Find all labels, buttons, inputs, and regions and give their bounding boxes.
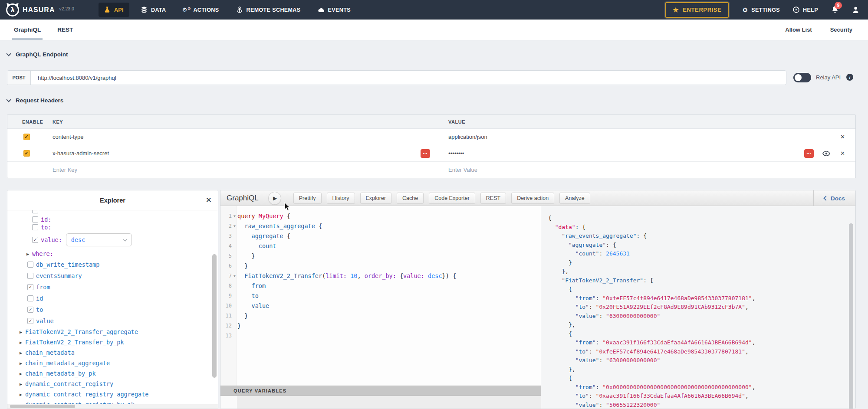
cache-button[interactable]: Cache xyxy=(397,193,424,204)
explorer-root-label: chain_metadata_by_pk xyxy=(25,370,96,377)
link-security[interactable]: Security xyxy=(830,26,852,33)
nav-item-actions[interactable]: ⚙⚙ACTIONS xyxy=(178,3,224,17)
help-button[interactable]: ? HELP xyxy=(793,7,818,13)
query-line: 10 value xyxy=(220,301,541,311)
explorer-field-id-label[interactable]: id xyxy=(36,295,43,302)
explorer-field-db-write-timestamp: db_write_timestamp xyxy=(7,259,218,270)
nav-item-data[interactable]: DATA xyxy=(135,3,171,17)
explorer-field-value-label[interactable]: value xyxy=(36,317,54,324)
explorer-button[interactable]: Explorer xyxy=(360,193,392,204)
explorer-field-from-label[interactable]: from xyxy=(36,284,50,291)
history-button[interactable]: History xyxy=(327,193,355,204)
expand-arrow-icon: ▶ xyxy=(20,361,25,366)
explorer-arg-to--label[interactable]: to: xyxy=(41,224,51,231)
explorer-root-dynamic-contract-registry[interactable]: ▶dynamic_contract_registry xyxy=(7,379,218,389)
checkbox[interactable] xyxy=(27,262,33,268)
analyze-button[interactable]: Analyze xyxy=(559,193,590,204)
explorer-arg-where-label[interactable]: where: xyxy=(32,250,53,257)
line-number: 1 xyxy=(220,211,232,221)
gear-icon: ⚙ xyxy=(742,7,748,13)
prettify-button[interactable]: Prettify xyxy=(293,193,322,204)
info-icon[interactable]: i xyxy=(846,74,853,81)
link-allow-list[interactable]: Allow List xyxy=(785,26,812,33)
response-line: { xyxy=(548,374,856,383)
settings-button[interactable]: ⚙ SETTINGS xyxy=(742,7,780,13)
header-value-input[interactable]: •••••••• xyxy=(441,150,464,157)
explorer-root-chain-metadata[interactable]: ▶chain_metadata xyxy=(7,347,218,358)
checkbox[interactable]: ✓ xyxy=(27,284,33,290)
derive-action-button[interactable]: Derive action xyxy=(511,193,554,204)
user-avatar-button[interactable] xyxy=(852,6,859,13)
execute-query-button[interactable]: ▶ xyxy=(268,192,281,205)
code-exporter-button[interactable]: Code Exporter xyxy=(429,193,475,204)
notifications-button[interactable]: 9 xyxy=(831,6,839,14)
explorer-arg-value-label[interactable]: value: xyxy=(41,236,62,243)
explorer-root-fiattokenv2-2-transfer-by-pk[interactable]: ▶FiatTokenV2_2_Transfer_by_pk xyxy=(7,337,218,347)
toolbar-buttons: PrettifyHistoryExplorerCacheCode Exporte… xyxy=(293,193,590,204)
query-variables-editor[interactable] xyxy=(220,396,541,409)
anchor-icon xyxy=(236,7,243,13)
tab-rest[interactable]: REST xyxy=(57,20,73,40)
close-icon[interactable]: ✕ xyxy=(206,196,212,204)
explorer-root-label: chain_metadata_aggregate xyxy=(25,360,110,366)
header-key-input[interactable]: x-hasura-admin-secret xyxy=(46,150,109,157)
value-input-placeholder[interactable]: Enter Value xyxy=(441,167,477,173)
header-value-input[interactable]: application/json xyxy=(441,134,487,140)
query-line: 1▼query MyQuery { xyxy=(220,211,541,221)
query-variables-header[interactable]: QUERY VARIABLES xyxy=(220,386,541,396)
header-enabled-checkbox[interactable]: ✓ xyxy=(23,134,30,140)
version-label: v2.23.0 xyxy=(59,6,74,11)
explorer-root-fiattokenv2-2-transfer-aggregate[interactable]: ▶FiatTokenV2_2_Transfer_aggregate xyxy=(7,327,218,337)
explorer-root-dynamic-contract-registry-aggregate[interactable]: ▶dynamic_contract_registry_aggregate xyxy=(7,389,218,399)
checkbox[interactable] xyxy=(27,273,33,279)
explorer-horizontal-scrollbar[interactable] xyxy=(10,405,75,408)
explorer-field-to-label[interactable]: to xyxy=(36,306,43,313)
fold-arrow-icon[interactable]: ▼ xyxy=(232,221,237,231)
endpoint-url-input[interactable] xyxy=(31,71,786,85)
checkbox[interactable]: ✓ xyxy=(32,237,38,243)
reveal-secret-eye-icon[interactable] xyxy=(822,151,830,156)
docs-button[interactable]: Docs xyxy=(813,190,855,206)
header-key-input[interactable]: content-type xyxy=(46,134,84,140)
response-line: "value": "63000000000000" xyxy=(548,356,856,365)
fold-arrow-icon[interactable]: ▼ xyxy=(232,271,237,281)
checkbox[interactable] xyxy=(32,216,38,222)
checkbox[interactable]: ✓ xyxy=(27,318,33,324)
explorer-vertical-scrollbar[interactable] xyxy=(212,254,217,378)
column-enable: ENABLE xyxy=(22,119,43,124)
explorer-arg-id--label[interactable]: id: xyxy=(41,216,51,223)
enterprise-button[interactable]: ★ ENTERPRISE xyxy=(665,2,729,18)
nav-item-events[interactable]: EVENTS xyxy=(312,3,356,17)
nav-item-api[interactable]: API xyxy=(99,3,129,17)
explorer-root-chain-metadata-by-pk[interactable]: ▶chain_metadata_by_pk xyxy=(7,368,218,379)
hasura-logo[interactable]: λ HASURA v2.23.0 xyxy=(6,3,74,16)
rest-button[interactable]: REST xyxy=(480,193,506,204)
key-input-placeholder[interactable]: Enter Key xyxy=(46,167,77,173)
expand-arrow-icon[interactable]: ▶ xyxy=(26,252,32,256)
sort-direction-select[interactable]: desc xyxy=(66,233,132,246)
remove-header-icon[interactable]: ✕ xyxy=(840,134,845,140)
code-text: to xyxy=(237,291,259,301)
response-vertical-scrollbar[interactable] xyxy=(849,223,853,409)
header-enabled-checkbox[interactable]: ✓ xyxy=(23,150,30,157)
query-line: 3 aggregate { xyxy=(220,231,541,241)
explorer-arg-id-: id: xyxy=(7,216,218,223)
code-text: count xyxy=(237,241,276,251)
explorer-field-db-write-timestamp-label[interactable]: db_write_timestamp xyxy=(36,261,99,268)
explorer-root-chain-metadata-aggregate[interactable]: ▶chain_metadata_aggregate xyxy=(7,358,218,368)
remove-header-icon[interactable]: ✕ xyxy=(840,150,845,157)
request-headers-section-header[interactable]: Request Headers xyxy=(7,97,63,104)
tabs: GraphiQLREST xyxy=(14,20,73,40)
tab-graphiql[interactable]: GraphiQL xyxy=(14,20,41,40)
fold-spacer xyxy=(232,321,237,331)
checkbox[interactable] xyxy=(32,224,38,230)
nav-item-remote-schemas[interactable]: REMOTE SCHEMAS xyxy=(230,3,306,17)
graphql-endpoint-section-header[interactable]: GraphQL Endpoint xyxy=(7,51,68,58)
response-line: }, xyxy=(548,321,856,330)
checkbox[interactable]: ✓ xyxy=(27,307,33,313)
explorer-field-eventssummary-label[interactable]: eventsSummary xyxy=(36,272,82,279)
relay-api-toggle[interactable] xyxy=(793,73,811,82)
query-editor[interactable]: 1▼query MyQuery {2▼ raw_events_aggregate… xyxy=(220,206,541,386)
checkbox[interactable] xyxy=(27,295,33,301)
fold-arrow-icon[interactable]: ▼ xyxy=(232,211,237,221)
